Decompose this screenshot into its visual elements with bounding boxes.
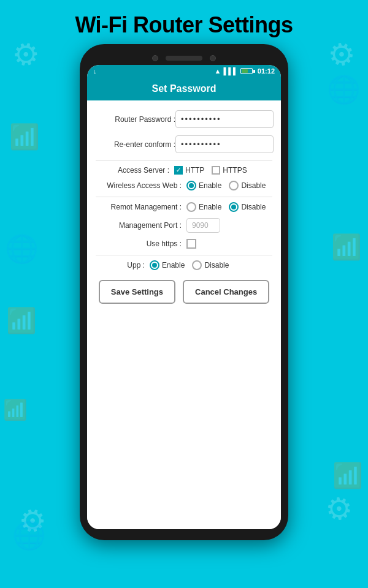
reenter-password-input[interactable] bbox=[175, 135, 274, 153]
router-password-label: Router Password : bbox=[96, 115, 175, 124]
https-checkbox[interactable] bbox=[212, 166, 220, 175]
access-server-row: Access Server : ✓ HTTP HTTPS bbox=[96, 166, 272, 175]
camera bbox=[152, 55, 158, 61]
status-right: ▲ ▌▌▌ 01:12 bbox=[215, 67, 275, 75]
upp-options: Enable Disable bbox=[150, 260, 229, 270]
remote-enable-option[interactable]: Enable bbox=[186, 202, 221, 212]
router-password-input[interactable] bbox=[175, 110, 274, 128]
wireless-access-row: Wireless Access Web : Enable Disable bbox=[96, 181, 272, 190]
cancel-changes-button[interactable]: Cancel Changes bbox=[183, 280, 269, 304]
https-label: HTTPS bbox=[223, 166, 247, 175]
divider-2 bbox=[96, 197, 272, 197]
camera-2 bbox=[210, 55, 216, 61]
divider-1 bbox=[96, 160, 272, 161]
download-icon: ↓ bbox=[93, 67, 97, 75]
access-server-label: Access Server : bbox=[96, 166, 169, 175]
upp-enable-label: Enable bbox=[162, 261, 185, 270]
https-option[interactable]: HTTPS bbox=[212, 166, 247, 175]
reenter-password-row: Re-enter conform : bbox=[96, 135, 272, 153]
status-left: ↓ bbox=[93, 67, 97, 75]
radio-inner-2 bbox=[231, 205, 236, 209]
management-port-input[interactable] bbox=[186, 218, 220, 233]
wireless-access-label: Wireless Access Web : bbox=[96, 181, 182, 190]
upp-disable-label: Disable bbox=[204, 261, 229, 270]
remote-management-label: Remot Management : bbox=[96, 203, 182, 211]
remote-management-row: Remot Management : Enable Disable bbox=[96, 202, 272, 212]
action-buttons: Save Settings Cancel Changes bbox=[96, 280, 272, 309]
upp-disable-option[interactable]: Disable bbox=[192, 260, 229, 270]
save-settings-button[interactable]: Save Settings bbox=[99, 280, 175, 304]
divider-3 bbox=[96, 255, 272, 255]
reenter-password-label: Re-enter conform : bbox=[96, 140, 175, 149]
phone-top-bar bbox=[87, 55, 281, 61]
remote-enable-radio[interactable] bbox=[186, 202, 196, 212]
access-server-options: ✓ HTTP HTTPS bbox=[174, 166, 247, 175]
wireless-disable-radio[interactable] bbox=[229, 181, 239, 190]
remote-enable-label: Enable bbox=[199, 203, 221, 211]
cellular-icon: ▌▌▌ bbox=[223, 67, 237, 75]
speaker bbox=[166, 56, 202, 61]
management-port-row: Management Port : bbox=[96, 218, 272, 233]
wireless-disable-label: Disable bbox=[241, 181, 266, 190]
upp-enable-radio[interactable] bbox=[150, 260, 159, 270]
remote-disable-radio[interactable] bbox=[229, 202, 239, 212]
use-https-label: Use https : bbox=[96, 239, 182, 248]
router-password-row: Router Password : bbox=[96, 110, 272, 128]
radio-inner bbox=[189, 183, 194, 188]
http-option[interactable]: ✓ HTTP bbox=[174, 166, 204, 175]
app-bar-title: Set Password bbox=[152, 83, 217, 94]
use-https-checkbox[interactable] bbox=[186, 239, 196, 249]
wireless-enable-radio[interactable] bbox=[186, 181, 196, 190]
wireless-enable-label: Enable bbox=[199, 181, 221, 190]
content-area: Router Password : Re-enter conform : Acc… bbox=[87, 100, 281, 529]
remote-disable-option[interactable]: Disable bbox=[229, 202, 266, 212]
check-mark: ✓ bbox=[176, 167, 181, 173]
screen: ↓ ▲ ▌▌▌ 01:12 Set Password bbox=[87, 65, 281, 529]
wireless-disable-option[interactable]: Disable bbox=[229, 181, 266, 190]
wifi-signal-icon: ▲ bbox=[215, 67, 221, 75]
radio-inner-3 bbox=[152, 263, 157, 268]
http-label: HTTP bbox=[185, 166, 204, 175]
remote-management-options: Enable Disable bbox=[186, 202, 266, 212]
wireless-enable-option[interactable]: Enable bbox=[186, 181, 221, 190]
status-bar: ↓ ▲ ▌▌▌ 01:12 bbox=[87, 65, 281, 77]
management-port-label: Management Port : bbox=[96, 221, 182, 230]
upp-label: Upp : bbox=[96, 261, 145, 270]
use-https-row: Use https : bbox=[96, 239, 272, 249]
wireless-access-options: Enable Disable bbox=[186, 181, 266, 190]
app-bar: Set Password bbox=[87, 77, 281, 100]
http-checkbox[interactable]: ✓ bbox=[174, 166, 183, 175]
time-display: 01:12 bbox=[258, 67, 275, 75]
phone-frame: ↓ ▲ ▌▌▌ 01:12 Set Password bbox=[80, 44, 288, 540]
page-title: Wi-Fi Router Settings bbox=[0, 0, 368, 44]
remote-disable-label: Disable bbox=[241, 203, 266, 211]
battery-indicator bbox=[240, 68, 255, 74]
upp-row: Upp : Enable Disable bbox=[96, 260, 272, 270]
upp-disable-radio[interactable] bbox=[192, 260, 202, 270]
upp-enable-option[interactable]: Enable bbox=[150, 260, 185, 270]
